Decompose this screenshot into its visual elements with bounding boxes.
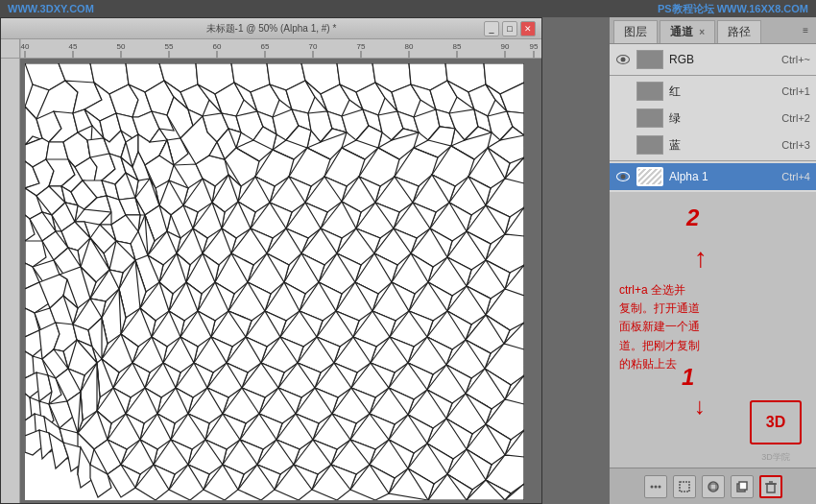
voronoi-canvas [25,63,524,500]
channel-thumb-alpha1 [636,167,663,186]
channel-row-rgb[interactable]: RGB Ctrl+~ [610,46,816,73]
svg-text:95: 95 [530,42,539,51]
channels-bottom-toolbar [610,468,816,504]
channel-name-red: 红 [669,84,776,100]
svg-point-525 [658,485,660,488]
close-button[interactable]: ✕ [520,21,536,36]
selection-icon [678,480,691,493]
channel-row-blue[interactable]: 蓝 Ctrl+3 [610,132,816,158]
svg-rect-526 [680,482,689,492]
new-channel-icon [735,480,749,493]
svg-text:90: 90 [501,42,510,51]
channel-row-red[interactable]: 红 Ctrl+1 [610,78,816,105]
tab-channels[interactable]: 通道 × [660,20,715,43]
ps-window: 未标题-1 @ 50% (Alpha 1, #) * _ □ ✕ 40 45 5… [0,17,542,504]
tab-layers-label: 图层 [624,25,647,38]
annotation-text-content: ctrl+a 全选并复制。打开通道面板新建一个通道。把刚才复制的粘贴上去 [619,283,700,371]
watermark-left-text: WWW.3DXY.COM [8,3,94,14]
dots-icon [649,480,662,493]
svg-point-524 [654,485,657,488]
svg-text:85: 85 [453,42,462,51]
svg-text:80: 80 [405,42,414,51]
channel-eye-rgb[interactable] [615,52,631,67]
channel-divider-1 [610,75,816,76]
tab-paths[interactable]: 路径 [717,20,761,43]
channel-eye-blue[interactable] [615,137,631,153]
new-channel-button[interactable] [731,475,754,498]
channel-eye-green[interactable] [615,110,631,126]
ruler-top: 40 45 50 55 60 65 70 75 80 85 90 95 [20,39,541,59]
channel-row-alpha1[interactable]: Alpha 1 Ctrl+4 [610,163,816,190]
maximize-button[interactable]: □ [502,21,517,36]
svg-rect-528 [710,484,716,490]
channel-divider-2 [610,160,816,161]
annotation-number-1: 1 [682,364,694,391]
annotation-number-2: 2 [686,204,699,231]
delete-icon [764,480,778,493]
svg-text:70: 70 [309,42,318,51]
svg-text:55: 55 [165,42,174,51]
logo-subtext: 3D学院 [761,452,790,462]
channel-thumb-green [636,108,663,128]
logo-3d-text: 3D [766,414,785,431]
channel-shortcut-alpha1: Ctrl+4 [781,171,810,182]
logo-3d-area: 3D 3D学院 [750,400,802,464]
channel-shortcut-blue: Ctrl+3 [781,139,810,151]
tab-paths-label: 路径 [728,25,751,38]
annotation-text: ctrl+a 全选并复制。打开通道面板新建一个通道。把刚才复制的粘贴上去 [619,281,806,373]
tab-layers[interactable]: 图层 [613,20,658,43]
svg-text:40: 40 [21,42,30,51]
channel-shortcut-rgb: Ctrl+~ [781,54,810,65]
channel-shortcut-red: Ctrl+1 [781,85,810,97]
channel-thumb-red [636,82,663,101]
svg-text:65: 65 [261,42,270,51]
ruler-left [1,59,20,503]
svg-text:75: 75 [357,42,366,51]
save-selection-icon [707,480,720,493]
watermark-right-text: PS教程论坛 WWW.16XX8.COM [658,2,808,16]
svg-text:50: 50 [117,42,126,51]
svg-text:60: 60 [213,42,222,51]
channel-name-rgb: RGB [669,53,776,66]
panel-tabs-container: 图层 通道 × 路径 ≡ [610,17,816,44]
channel-name-blue: 蓝 [669,137,776,154]
panel-menu-button[interactable]: ≡ [799,25,812,36]
channel-eye-red[interactable] [615,84,631,99]
ps-titlebar: 未标题-1 @ 50% (Alpha 1, #) * _ □ ✕ [1,18,541,39]
channel-thumb-blue [636,135,663,155]
channel-name-green: 绿 [669,110,776,127]
channel-thumb-rgb [636,50,663,69]
tab-channels-close[interactable]: × [699,27,705,37]
right-panel: 图层 通道 × 路径 ≡ RGB Ctrl+~ 红 Ctrl+1 [610,17,816,504]
load-selection-button[interactable] [673,475,696,498]
channel-eye-alpha1[interactable] [615,169,631,184]
svg-text:45: 45 [69,42,78,51]
channel-options-button[interactable] [644,475,667,498]
svg-rect-531 [767,484,775,492]
minimize-button[interactable]: _ [484,21,499,36]
tab-channels-label: 通道 [670,25,693,38]
svg-rect-530 [739,482,747,490]
svg-point-523 [650,485,653,488]
ruler-corner [1,39,20,59]
annotation-arrow-up: ↑ [694,243,708,274]
top-watermark: WWW.3DXY.COM PS教程论坛 WWW.16XX8.COM [0,0,816,17]
channel-name-alpha1: Alpha 1 [669,170,776,183]
channel-shortcut-green: Ctrl+2 [781,112,810,124]
channels-list: RGB Ctrl+~ 红 Ctrl+1 绿 Ctrl+2 蓝 Ctrl+3 [610,44,816,192]
delete-channel-button[interactable] [759,475,782,498]
channel-row-green[interactable]: 绿 Ctrl+2 [610,105,816,132]
save-selection-button[interactable] [702,475,725,498]
annotation-arrow-down: ↓ [694,393,706,420]
ps-window-title: 未标题-1 @ 50% (Alpha 1, #) * [7,22,536,36]
canvas-area [20,59,541,503]
